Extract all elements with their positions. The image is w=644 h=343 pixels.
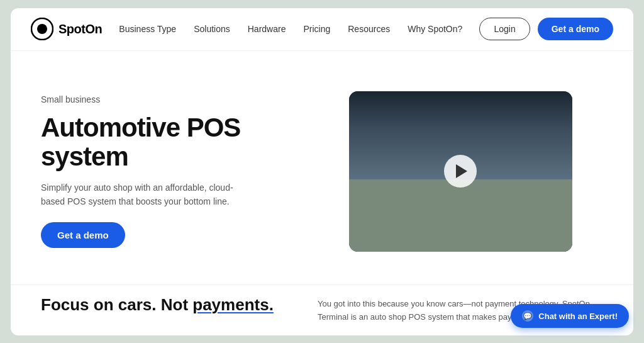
video-container[interactable] <box>349 91 572 252</box>
bottom-left: Focus on cars. Not payments. <box>41 295 292 315</box>
play-icon <box>456 164 467 178</box>
spoton-logo-icon <box>31 18 53 40</box>
bottom-title-part1: Focus on cars. Not <box>41 295 192 314</box>
nav-item-pricing[interactable]: Pricing <box>303 24 330 34</box>
nav-item-resources[interactable]: Resources <box>348 24 390 34</box>
main-nav: Business Type Solutions Hardware Pricing… <box>119 24 462 34</box>
nav-actions: Login Get a demo <box>479 18 613 40</box>
chat-icon: 💬 <box>522 310 533 322</box>
nav-item-why-spoton[interactable]: Why SpotOn? <box>408 24 462 34</box>
hero-right <box>318 91 603 252</box>
hero-description: Simplify your auto shop with an affordab… <box>41 181 242 209</box>
logo[interactable]: SpotOn <box>31 18 102 40</box>
bottom-title: Focus on cars. Not payments. <box>41 295 292 315</box>
hero-section: Small business Automotive POS system Sim… <box>11 51 633 284</box>
small-business-label: Small business <box>41 94 292 104</box>
hero-title: Automotive POS system <box>41 113 292 171</box>
hero-left: Small business Automotive POS system Sim… <box>41 94 292 248</box>
hero-title-line2: system <box>41 142 128 171</box>
login-button[interactable]: Login <box>479 18 530 40</box>
bottom-title-payments: payments. <box>192 295 274 314</box>
nav-item-solutions[interactable]: Solutions <box>194 24 230 34</box>
header-demo-button[interactable]: Get a demo <box>538 18 613 40</box>
hero-demo-button[interactable]: Get a demo <box>41 222 125 248</box>
main-container: SpotOn Business Type Solutions Hardware … <box>11 8 633 335</box>
svg-point-1 <box>37 24 47 34</box>
page-wrapper: SpotOn Business Type Solutions Hardware … <box>0 0 644 343</box>
header: SpotOn Business Type Solutions Hardware … <box>11 8 633 51</box>
chat-with-expert-button[interactable]: 💬 Chat with an Expert! <box>511 304 629 328</box>
nav-item-business-type[interactable]: Business Type <box>119 24 176 34</box>
logo-text: SpotOn <box>58 22 102 37</box>
play-button[interactable] <box>444 155 477 188</box>
nav-item-hardware[interactable]: Hardware <box>248 24 286 34</box>
hero-title-line1: Automotive POS <box>41 113 240 142</box>
chat-label: Chat with an Expert! <box>538 312 618 321</box>
